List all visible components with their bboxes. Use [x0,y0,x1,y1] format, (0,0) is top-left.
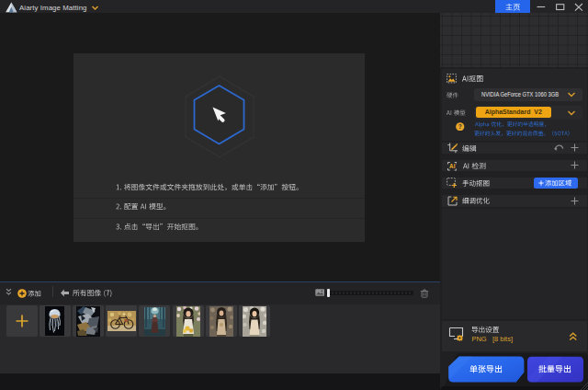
svg-text:?: ? [458,123,462,130]
svg-text:AI: AI [449,163,456,169]
